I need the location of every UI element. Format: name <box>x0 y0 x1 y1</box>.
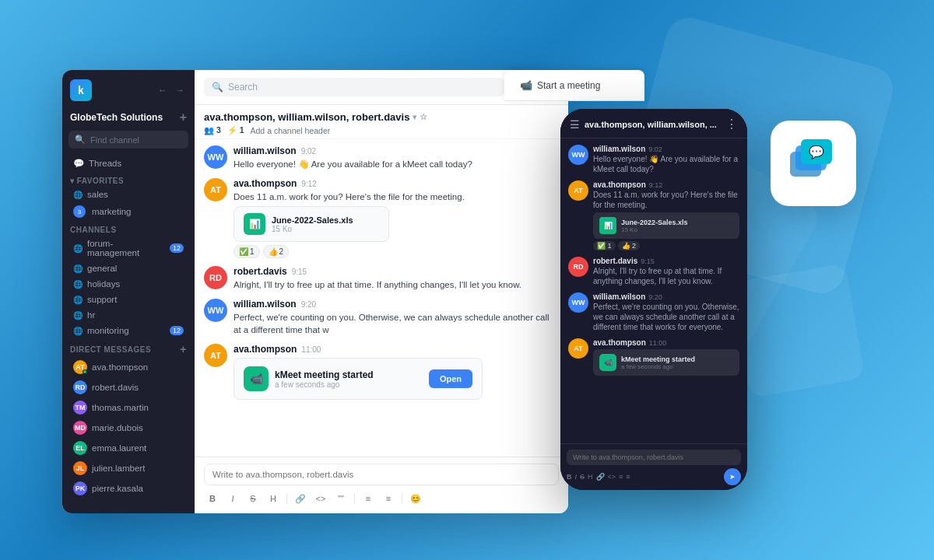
mobile-link-btn[interactable]: 🔗 <box>596 473 605 481</box>
messages-list: WW william.wilson 9:02 Hello everyone! 👋… <box>195 139 568 457</box>
sidebar-item-sales[interactable]: 🌐 sales <box>65 187 191 202</box>
open-meeting-button[interactable]: Open <box>429 369 472 388</box>
msg-header-5: ava.thompson 11:00 <box>234 344 559 355</box>
reaction-check[interactable]: ✅ 1 <box>234 245 260 258</box>
link-button[interactable]: 🔗 <box>292 490 309 507</box>
sidebar-item-monitoring[interactable]: 🌐 monitoring 12 <box>65 323 191 338</box>
sidebar-item-support[interactable]: 🌐 support <box>65 292 191 307</box>
heading-button[interactable]: H <box>265 490 282 507</box>
quote-button[interactable]: "" <box>332 490 349 507</box>
code-button[interactable]: <> <box>312 490 329 507</box>
mobile-msg-time-2: 9:12 <box>649 181 663 189</box>
mobile-send-button[interactable]: ➤ <box>724 468 741 485</box>
workspace-plus-button[interactable]: + <box>180 110 187 124</box>
dm-add-button[interactable]: + <box>180 343 187 355</box>
mobile-msg-4: WW william.wilson 9:20 Perfect, we're co… <box>568 292 739 332</box>
mobile-file-attachment[interactable]: 📊 June-2022-Sales.xls 15 Ko <box>593 212 739 239</box>
dm-section: DIRECT MESSAGES + <box>62 338 195 357</box>
channel-name-general: general <box>87 264 117 273</box>
channels-label: CHANNELS <box>70 226 117 234</box>
start-meeting-button[interactable]: 📹 Start a meeting <box>514 76 606 94</box>
channel-name-monitoring: monitoring <box>87 326 129 335</box>
mobile-strike-btn[interactable]: S <box>580 473 585 481</box>
pierre-avatar: PK <box>73 481 87 495</box>
svg-text:💬: 💬 <box>809 145 824 159</box>
sidebar-dm-pierre[interactable]: PK pierre.kasala <box>65 478 191 499</box>
monitoring-badge: 12 <box>170 326 184 335</box>
ava-avatar-wrapper: AT <box>73 360 87 374</box>
app-logo: 💬 <box>786 136 841 191</box>
chat-title-text: ava.thompson, william.wilson, robert.dav… <box>204 111 409 123</box>
message-3: RD robert.davis 9:15 Alright, I'll try t… <box>204 266 559 291</box>
sidebar-dm-robert[interactable]: RD robert.davis <box>65 377 191 397</box>
toolbar-divider-2 <box>354 493 355 504</box>
desktop-window: k ← → GlobeTech Solutions + 🔍 Find chann… <box>62 70 568 513</box>
emoji-button[interactable]: 😊 <box>407 490 424 507</box>
msg-text-3: Alright, I'll try to free up at that tim… <box>234 278 559 291</box>
dropdown-icon[interactable]: ▾ <box>413 113 416 121</box>
sidebar-dm-julien[interactable]: JL julien.lambert <box>65 458 191 478</box>
sidebar-search[interactable]: 🔍 Find channel <box>68 131 188 149</box>
marie-avatar: MD <box>73 421 87 435</box>
list-ol-button[interactable]: ≡ <box>380 490 397 507</box>
compose-input[interactable] <box>204 464 559 485</box>
mobile-msg-2: AT ava.thompson 9:12 Does 11 a.m. work f… <box>568 180 739 250</box>
sidebar-item-general[interactable]: 🌐 general <box>65 261 191 276</box>
file-attachment[interactable]: 📊 June-2022-Sales.xls 15 Ko <box>234 206 389 242</box>
msg-header-1: william.wilson 9:02 <box>234 145 559 156</box>
sidebar-search-placeholder: Find channel <box>90 135 139 145</box>
mobile-list-btn[interactable]: ≡ <box>619 473 623 481</box>
dm-name-emma: emma.laurent <box>92 443 146 453</box>
mobile-msg-content-3: robert.davis 9:15 Alright, I'll try to f… <box>593 257 739 286</box>
mobile-compose-input[interactable] <box>567 450 741 465</box>
sidebar-item-forum[interactable]: 🌐 forum-management 12 <box>65 236 191 261</box>
message-2: AT ava.thompson 9:12 Does 11 a.m. work f… <box>204 178 559 258</box>
mobile-ol-btn[interactable]: ≡ <box>626 473 630 481</box>
mobile-header: ☰ ava.thompson, william.wilson, ... ⋮ <box>560 109 747 138</box>
sidebar-item-marketing[interactable]: 3 marketing <box>65 202 191 221</box>
star-icon[interactable]: ☆ <box>420 112 427 122</box>
search-bar[interactable]: 🔍 Search <box>204 78 504 96</box>
chat-area: 🔍 Search ⚙️ AT ava.thompson, william.wil… <box>195 70 568 513</box>
channel-name-holidays: holidays <box>87 279 120 289</box>
mobile-menu-icon[interactable]: ☰ <box>570 118 580 131</box>
msg-content-2: ava.thompson 9:12 Does 11 a.m. work for … <box>234 178 559 258</box>
bold-button[interactable]: B <box>204 490 221 507</box>
mobile-toolbar: B I S H 🔗 <> ≡ ≡ ➤ <box>567 468 741 485</box>
mobile-italic-btn[interactable]: I <box>575 473 578 481</box>
sidebar-dm-marie[interactable]: MD marie.dubois <box>65 418 191 438</box>
mobile-code-btn[interactable]: <> <box>608 473 616 481</box>
video-icon: 📹 <box>520 79 532 91</box>
sidebar-item-holidays[interactable]: 🌐 holidays <box>65 276 191 292</box>
sidebar-dm-emma[interactable]: EL emma.laurent <box>65 438 191 458</box>
sidebar-dm-ava[interactable]: AT ava.thompson <box>65 357 191 377</box>
robert-avatar: RD <box>73 380 87 394</box>
mobile-bold-btn[interactable]: B <box>567 473 572 481</box>
mobile-avatar-at: AT <box>568 180 588 201</box>
mobile-reaction-check[interactable]: ✅ 1 <box>593 241 616 250</box>
dm-name-thomas: thomas.martin <box>92 403 149 412</box>
back-icon[interactable]: ← <box>156 83 170 97</box>
marie-avatar-wrapper: MD <box>73 421 87 435</box>
mobile-msg-header-3: robert.davis 9:15 <box>593 257 739 265</box>
list-ul-button[interactable]: ≡ <box>360 490 377 507</box>
toolbar-divider-3 <box>402 493 402 504</box>
favorites-label: FAVORITES <box>77 177 124 185</box>
forward-icon[interactable]: → <box>173 83 187 97</box>
sidebar-item-hr[interactable]: 🌐 hr <box>65 307 191 323</box>
mobile-heading-btn[interactable]: H <box>588 473 593 481</box>
msg-avatar-ww2: WW <box>204 299 227 322</box>
search-icon: 🔍 <box>75 135 86 145</box>
sidebar-item-threads[interactable]: 💬 Threads <box>65 155 191 172</box>
mobile-msg-content-2: ava.thompson 9:12 Does 11 a.m. work for … <box>593 180 739 250</box>
mobile-more-icon[interactable]: ⋮ <box>725 117 738 131</box>
channel-name-sales: sales <box>87 190 108 199</box>
italic-button[interactable]: I <box>224 490 241 507</box>
mobile-reaction-thumbs[interactable]: 👍 2 <box>618 241 641 250</box>
add-header-link[interactable]: Add a channel header <box>251 126 331 135</box>
strikethrough-button[interactable]: S <box>244 490 262 507</box>
reaction-thumbs[interactable]: 👍 2 <box>263 245 290 258</box>
sidebar-dm-thomas[interactable]: TM thomas.martin <box>65 397 191 418</box>
msg-content-4: william.wilson 9:20 Perfect, we're count… <box>234 299 559 336</box>
sidebar-header: k ← → <box>62 70 195 107</box>
